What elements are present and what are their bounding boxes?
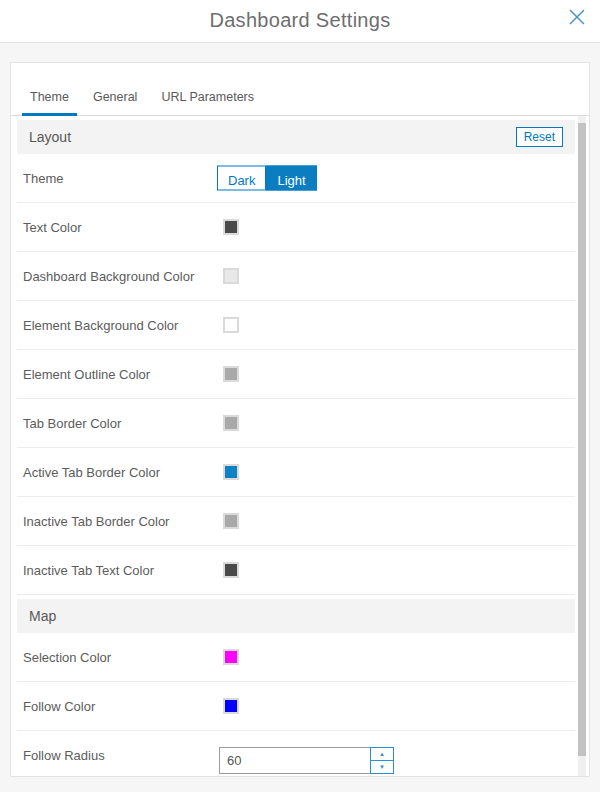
element-outline-color-row: Element Outline Color <box>17 350 575 399</box>
theme-light-button[interactable]: Light <box>266 166 316 191</box>
text-color-row: Text Color <box>17 203 575 252</box>
inactive-tab-text-color-swatch[interactable] <box>223 562 239 578</box>
inactive-tab-border-color-swatch[interactable] <box>223 513 239 529</box>
setting-label: Inactive Tab Text Color <box>23 563 154 578</box>
close-button[interactable] <box>567 7 587 27</box>
setting-label: Element Background Color <box>23 318 178 333</box>
layout-section-title: Layout <box>29 129 71 145</box>
active-tab-border-color-swatch[interactable] <box>223 464 239 480</box>
setting-label: Active Tab Border Color <box>23 465 160 480</box>
setting-label: Dashboard Background Color <box>23 269 194 284</box>
reset-button[interactable]: Reset <box>516 127 563 147</box>
element-outline-color-swatch[interactable] <box>223 366 239 382</box>
tab-border-color-swatch[interactable] <box>223 415 239 431</box>
follow-radius-stepper: ▲ ▼ <box>370 747 394 774</box>
close-icon <box>567 15 587 30</box>
tab-bar: Theme General URL Parameters <box>11 63 589 116</box>
selection-color-swatch[interactable] <box>223 649 239 665</box>
tab-border-color-row: Tab Border Color <box>17 399 575 448</box>
setting-label: Follow Radius <box>23 748 105 763</box>
inactive-tab-text-color-row: Inactive Tab Text Color <box>17 546 575 595</box>
theme-row-label: Theme <box>23 171 63 186</box>
map-section-header: Map <box>17 599 575 633</box>
dialog-title: Dashboard Settings <box>0 0 600 40</box>
dashboard-background-color-row: Dashboard Background Color <box>17 252 575 301</box>
settings-panel: Theme General URL Parameters Layout Rese… <box>10 62 590 777</box>
setting-label: Follow Color <box>23 699 95 714</box>
tab-general[interactable]: General <box>85 90 145 116</box>
map-section-title: Map <box>29 608 56 624</box>
scrollbar-thumb[interactable] <box>578 123 586 756</box>
chevron-up-icon: ▲ <box>379 751 385 757</box>
follow-radius-input[interactable] <box>219 747 394 774</box>
follow-radius-row: Follow Radius ▲ ▼ <box>17 731 575 777</box>
theme-row: Theme Dark Light <box>17 154 575 203</box>
setting-label: Element Outline Color <box>23 367 150 382</box>
setting-label: Tab Border Color <box>23 416 121 431</box>
element-background-color-row: Element Background Color <box>17 301 575 350</box>
scrollbar-track[interactable] <box>578 116 586 776</box>
setting-label: Selection Color <box>23 650 111 665</box>
tab-theme[interactable]: Theme <box>22 90 77 116</box>
setting-label: Text Color <box>23 220 82 235</box>
layout-section-header: Layout Reset <box>17 120 575 154</box>
stepper-up-button[interactable]: ▲ <box>370 747 394 761</box>
theme-dark-button[interactable]: Dark <box>217 166 266 191</box>
active-tab-border-color-row: Active Tab Border Color <box>17 448 575 497</box>
chevron-down-icon: ▼ <box>379 764 385 770</box>
follow-radius-field: ▲ ▼ <box>219 747 394 774</box>
follow-color-row: Follow Color <box>17 682 575 731</box>
element-background-color-swatch[interactable] <box>223 317 239 333</box>
inactive-tab-border-color-row: Inactive Tab Border Color <box>17 497 575 546</box>
tab-url-parameters[interactable]: URL Parameters <box>153 90 262 116</box>
dashboard-background-color-swatch[interactable] <box>223 268 239 284</box>
setting-label: Inactive Tab Border Color <box>23 514 169 529</box>
stepper-down-button[interactable]: ▼ <box>370 760 394 774</box>
text-color-swatch[interactable] <box>223 219 239 235</box>
selection-color-row: Selection Color <box>17 633 575 682</box>
follow-color-swatch[interactable] <box>223 698 239 714</box>
theme-toggle: Dark Light <box>217 166 317 191</box>
dialog-titlebar: Dashboard Settings <box>0 0 600 43</box>
